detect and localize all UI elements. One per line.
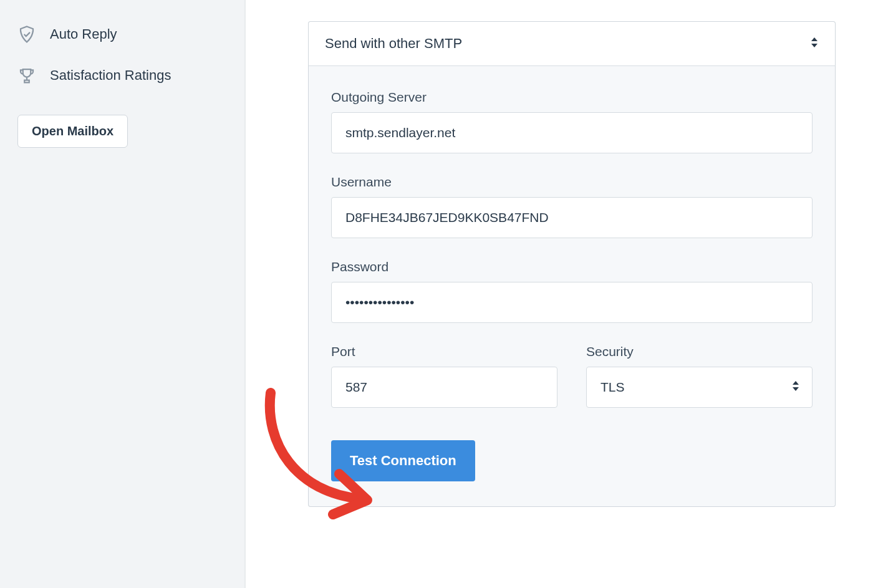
outgoing-server-label: Outgoing Server <box>331 90 813 105</box>
main-content: Send with other SMTP Outgoing Server Use… <box>246 0 873 588</box>
port-label: Port <box>331 344 557 359</box>
sidebar-item-auto-reply[interactable]: Auto Reply <box>0 14 244 55</box>
security-value[interactable] <box>586 367 813 408</box>
username-input[interactable] <box>331 197 813 238</box>
sidebar-item-label: Satisfaction Ratings <box>50 67 171 84</box>
shield-check-icon <box>17 25 36 44</box>
trophy-icon <box>17 66 36 85</box>
security-select[interactable] <box>586 367 813 408</box>
port-input[interactable] <box>331 367 557 408</box>
security-label: Security <box>586 344 813 359</box>
smtp-config-panel: Outgoing Server Username Password Port S… <box>308 66 836 507</box>
outgoing-server-input[interactable] <box>331 112 813 153</box>
sidebar: Auto Reply Satisfaction Ratings Open Mai… <box>0 0 246 588</box>
open-mailbox-button[interactable]: Open Mailbox <box>17 115 128 148</box>
smtp-method-label: Send with other SMTP <box>325 36 462 52</box>
sidebar-item-satisfaction[interactable]: Satisfaction Ratings <box>0 55 244 96</box>
test-connection-button[interactable]: Test Connection <box>331 440 475 481</box>
password-label: Password <box>331 259 813 274</box>
password-input[interactable] <box>331 282 813 323</box>
sidebar-item-label: Auto Reply <box>50 26 117 42</box>
sort-icon <box>810 36 819 52</box>
username-label: Username <box>331 175 813 190</box>
smtp-method-select[interactable]: Send with other SMTP <box>308 21 836 66</box>
